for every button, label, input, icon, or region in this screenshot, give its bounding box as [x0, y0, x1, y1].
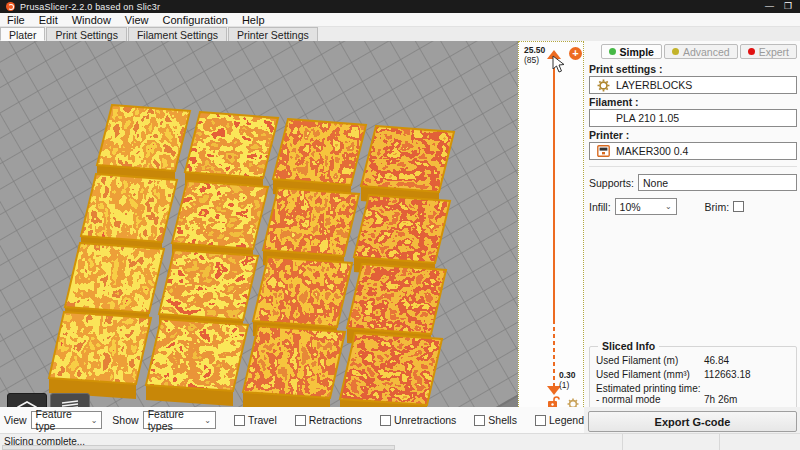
- printing-time-label: Estimated printing time:: [596, 383, 704, 394]
- model-block[interactable]: [338, 331, 444, 407]
- chevron-down-icon: ⌄: [665, 202, 672, 211]
- print-settings-label: Print settings :: [589, 63, 797, 75]
- menu-help[interactable]: Help: [242, 14, 265, 26]
- view-combo[interactable]: Feature type ⌄: [31, 411, 103, 429]
- menu-edit[interactable]: Edit: [39, 14, 58, 26]
- travel-checkbox[interactable]: [234, 415, 245, 426]
- tab-printer-settings[interactable]: Printer Settings: [228, 27, 318, 41]
- retractions-checkbox[interactable]: [295, 415, 306, 426]
- show-combo[interactable]: Feature types ⌄: [143, 411, 216, 429]
- used-filament-mm3-value: 112663.18: [704, 369, 751, 380]
- layer-slider-panel: 25.50 (85) + 0.30 (1): [518, 41, 584, 413]
- add-color-change-button[interactable]: +: [569, 47, 582, 60]
- layer-slider-track-lower[interactable]: [553, 324, 555, 384]
- retractions-label: Retractions: [309, 414, 362, 426]
- used-filament-m-value: 46.84: [704, 355, 729, 366]
- filament-value: PLA 210 1.05: [616, 112, 679, 124]
- view-label: View: [4, 414, 27, 426]
- travel-label: Travel: [248, 414, 277, 426]
- shells-label: Shells: [488, 414, 517, 426]
- cube-icon: [13, 398, 41, 407]
- retractions-checkbox-row[interactable]: Retractions: [295, 414, 362, 426]
- show-combo-value: Feature types: [148, 408, 199, 432]
- brim-label: Brim:: [705, 201, 730, 213]
- mode-switcher: Simple Advanced Expert: [589, 44, 797, 59]
- menu-file[interactable]: File: [7, 14, 25, 26]
- model-block[interactable]: [241, 324, 347, 407]
- menu-configuration[interactable]: Configuration: [162, 14, 227, 26]
- menu-view[interactable]: View: [125, 14, 149, 26]
- legend-checkbox-row[interactable]: Legend: [535, 414, 584, 426]
- supports-label: Supports:: [589, 177, 634, 189]
- legend-checkbox[interactable]: [535, 415, 546, 426]
- shells-checkbox[interactable]: [474, 415, 485, 426]
- travel-checkbox-row[interactable]: Travel: [234, 414, 277, 426]
- used-filament-mm3-label: Used Filament (mm³): [596, 369, 704, 380]
- export-gcode-button[interactable]: Export G-code: [588, 411, 797, 432]
- sliced-info-row: Used Filament (m) 46.84: [596, 355, 790, 366]
- statusbar-divider: [622, 434, 623, 450]
- statusbar-divider: [719, 434, 720, 450]
- print-settings-value: LAYERBLOCKS: [616, 79, 692, 91]
- slider-top-layer: (85): [524, 55, 539, 65]
- mode-advanced-button[interactable]: Advanced: [664, 44, 738, 59]
- view-3d-editor-button[interactable]: [7, 393, 47, 407]
- used-filament-m-label: Used Filament (m): [596, 355, 704, 366]
- supports-value: None: [643, 177, 668, 189]
- normal-mode-value: 7h 26m: [704, 394, 737, 405]
- sliced-model-scene: [0, 41, 518, 407]
- printer-icon: [590, 145, 616, 157]
- maximize-button[interactable]: ❐: [784, 0, 792, 13]
- supports-combo[interactable]: None: [638, 174, 797, 191]
- menu-window[interactable]: Window: [72, 14, 111, 26]
- printer-label: Printer :: [589, 129, 797, 141]
- chevron-down-icon: ⌄: [91, 416, 98, 425]
- printer-value: MAKER300 0.4: [616, 145, 688, 157]
- gear-icon: [590, 79, 616, 92]
- sliced-info-row: Used Filament (mm³) 112663.18: [596, 369, 790, 380]
- advanced-mode-dot-icon: [672, 48, 679, 55]
- view-combo-value: Feature type: [36, 408, 85, 432]
- legend-label: Legend: [549, 414, 584, 426]
- print-settings-combo[interactable]: LAYERBLOCKS: [589, 76, 797, 94]
- tab-bar: Plater Print Settings Filament Settings …: [0, 27, 800, 41]
- app-logo-icon: [6, 2, 15, 11]
- filament-label: Filament :: [589, 96, 797, 108]
- infill-label: Infill:: [589, 201, 611, 213]
- unretractions-checkbox[interactable]: [380, 415, 391, 426]
- simple-mode-dot-icon: [609, 48, 616, 55]
- preview-toolbar: View Feature type ⌄ Show Feature types ⌄…: [0, 407, 584, 433]
- menu-bar: File Edit Window View Configuration Help: [0, 13, 800, 27]
- slider-top-value: 25.50: [524, 45, 545, 55]
- view-preview-button[interactable]: [50, 393, 90, 407]
- unretractions-label: Unretractions: [394, 414, 456, 426]
- mouse-cursor-icon: [552, 55, 565, 73]
- progress-bar: [2, 445, 395, 450]
- infill-combo[interactable]: 10% ⌄: [615, 198, 677, 215]
- mode-simple-button[interactable]: Simple: [601, 44, 662, 59]
- unretractions-checkbox-row[interactable]: Unretractions: [380, 414, 456, 426]
- minimize-button[interactable]: —: [765, 0, 774, 13]
- slider-bottom-value: 0.30: [559, 370, 576, 380]
- sliced-info-row: - normal mode 7h 26m: [596, 394, 790, 405]
- mode-expert-button[interactable]: Expert: [740, 44, 797, 59]
- sliced-info-group: Sliced Info Used Filament (m) 46.84 Used…: [589, 346, 797, 413]
- tab-print-settings[interactable]: Print Settings: [46, 27, 126, 41]
- shells-checkbox-row[interactable]: Shells: [474, 414, 517, 426]
- layers-icon: [56, 398, 84, 407]
- mode-advanced-label: Advanced: [683, 46, 730, 58]
- printer-combo[interactable]: MAKER300 0.4: [589, 142, 797, 160]
- brim-checkbox[interactable]: [733, 201, 744, 212]
- infill-value: 10%: [620, 201, 641, 213]
- filament-combo[interactable]: PLA 210 1.05: [589, 109, 797, 127]
- 3d-viewport[interactable]: [0, 41, 518, 407]
- settings-sidebar: Simple Advanced Expert Print settings : …: [584, 41, 800, 407]
- expert-mode-dot-icon: [748, 48, 755, 55]
- sliced-model-blocks: [47, 103, 456, 407]
- show-label: Show: [112, 414, 138, 426]
- normal-mode-label: - normal mode: [596, 394, 704, 405]
- chevron-down-icon: ⌄: [204, 416, 211, 425]
- tab-plater[interactable]: Plater: [0, 27, 45, 41]
- sidebar-divider: [589, 166, 797, 167]
- tab-filament-settings[interactable]: Filament Settings: [128, 27, 227, 41]
